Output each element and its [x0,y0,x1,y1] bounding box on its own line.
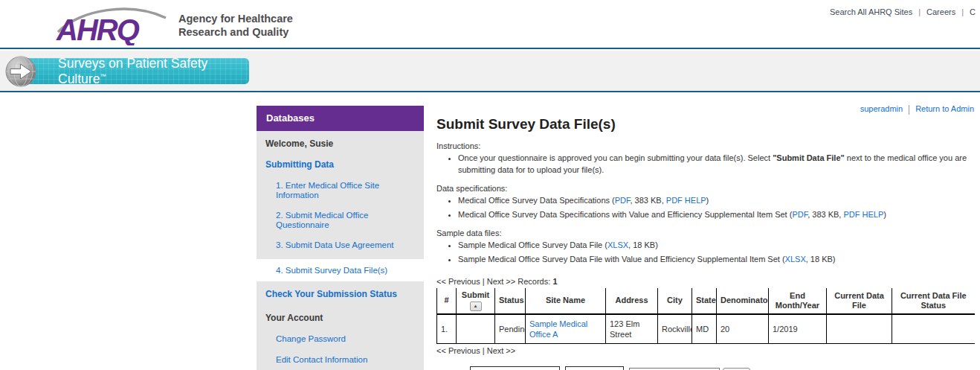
cell-current-data-file-status [892,314,975,344]
ahrq-logo[interactable]: AHRQ Agency for Healthcare Research and … [55,5,293,45]
sample-files-list: Sample Medical Office Survey Data File (… [436,240,974,266]
main-content: Submit Survey Data File(s) Instructions:… [436,116,974,370]
records-label: Records: [518,277,550,286]
col-header-state: State [692,288,717,314]
sidebar-item-submitting-data[interactable]: Submitting Data [257,155,424,176]
sidebar-header-databases: Databases [257,106,424,131]
col-header-city: City [658,288,692,314]
sops-banner: Surveys on Patient Safety Culture™ [22,58,249,84]
sidebar-welcome-text: Welcome, Susie [257,134,424,155]
col-header-status: Status [495,288,526,314]
records-count: 1 [552,277,557,286]
instructions-bullet: Once your questionnaire is approved you … [458,153,974,176]
col-header-end-month-year: End Month/Year [769,288,827,314]
col-header-current-data-file: Current Data File [827,288,892,314]
sidebar-item-step-1[interactable]: 1. Enter Medical Office Site Information [257,176,424,205]
header-link-search-all-ahrq[interactable]: Search All AHRQ Sites [830,7,912,16]
spec1-pdf-help-link[interactable]: PDF HELP [666,196,706,205]
col-header-number: # [437,288,457,314]
col-header-denominator: Denominator [717,288,769,314]
cell-submit [457,314,495,344]
cell-denominator: 20 [717,314,769,344]
sample-item-1: Sample Medical Office Survey Data File (… [458,240,974,252]
ahrq-logo-graphic: AHRQ [55,5,168,45]
pager-previous[interactable]: << Previous [436,277,480,286]
sidebar-label-your-account: Your Account [257,308,424,329]
sample2-xlsx-link[interactable]: XLSX [785,255,806,264]
col-header-site-name: Site Name [526,288,606,314]
spec-item-2: Medical Office Survey Data Specification… [458,209,974,221]
table-row: 1. Pending Sample Medical Office A 123 E… [437,314,975,344]
spec1-pdf-link[interactable]: PDF [615,196,631,205]
cell-city: Rockville [658,314,692,344]
instructions-label: Instructions: [436,141,974,150]
sidebar-block-account: Check Your Submission Status Your Accoun… [257,281,424,370]
spec2-pdf-help-link[interactable]: PDF HELP [843,210,883,219]
site-header: AHRQ Agency for Healthcare Research and … [0,0,980,49]
sidebar-item-step-2[interactable]: 2. Submit Medical Office Questionnaire [257,205,424,235]
cell-status: Pending [495,314,526,344]
data-specifications-list: Medical Office Survey Data Specification… [436,195,974,221]
data-specifications-label: Data specifications: [436,184,974,193]
search-field-select[interactable]: Submit [470,366,560,370]
instructions-list: Once your questionnaire is approved you … [436,153,974,176]
sidebar-block-submitting: Welcome, Susie Submitting Data 1. Enter … [257,131,424,259]
sample1-xlsx-link[interactable]: XLSX [607,240,628,249]
cell-number: 1. [437,314,457,344]
pager-top: << Previous | Next >> Records: 1 [436,277,974,286]
trademark-symbol: ™ [100,73,106,80]
pager-previous-bottom[interactable]: << Previous [436,346,480,355]
sample-data-files-label: Sample data files: [436,229,974,237]
cell-end-month-year: 1/2019 [769,314,827,344]
sidebar-nav: Databases Welcome, Susie Submitting Data… [257,106,424,370]
admin-bar-divider [909,105,909,115]
sidebar-item-step-4-current[interactable]: 4. Submit Survey Data File(s) [257,259,424,281]
pager-bottom: << Previous | Next >> [436,346,974,355]
search-operator-select[interactable]: Contains [565,366,624,370]
col-header-current-data-file-status: Current Data File Status [892,288,975,314]
col-header-address: Address [606,288,658,314]
return-to-admin-link[interactable]: Return to Admin [915,104,974,113]
table-search-bar: Search: Submit Contains Find [436,366,974,370]
header-utility-links: Search All AHRQ Sites|Careers|C [830,7,976,16]
sidebar-item-edit-contact-information[interactable]: Edit Contact Information [257,350,424,370]
table-header-row: # Submit▴ Status Site Name Address City … [437,288,975,314]
globe-arrow-icon [5,56,36,87]
logo-acronym: AHRQ [56,13,140,45]
site-name-link[interactable]: Sample Medical Office A [529,319,587,339]
pager-next[interactable]: Next >> [487,277,516,286]
cell-site-name: Sample Medical Office A [526,314,606,344]
admin-bar: superadminReturn to Admin [860,104,974,115]
cell-state: MD [692,314,717,344]
col-header-submit: Submit▴ [457,288,495,314]
pager-next-bottom[interactable]: Next >> [487,346,516,355]
header-link-cutoff[interactable]: C [970,7,976,16]
sidebar-item-check-submission-status[interactable]: Check Your Submission Status [257,284,424,305]
sidebar-item-step-3[interactable]: 3. Submit Data Use Agreement [257,235,424,255]
superadmin-link[interactable]: superadmin [860,104,903,113]
header-link-careers[interactable]: Careers [926,7,955,16]
submit-sort-button[interactable]: ▴ [470,302,482,311]
program-banner-band: Surveys on Patient Safety Culture™ [0,51,980,92]
sort-arrow-icon: ▴ [474,303,477,308]
spec-item-1: Medical Office Survey Data Specification… [458,195,974,207]
sample-item-2: Sample Medical Office Survey Data File w… [458,254,974,266]
spec2-pdf-link[interactable]: PDF [792,210,807,219]
cell-address: 123 Elm Street [606,314,658,344]
logo-tagline: Agency for Healthcare Research and Quali… [178,12,293,39]
banner-title: Surveys on Patient Safety Culture™ [58,56,249,87]
sidebar-item-change-password[interactable]: Change Password [257,329,424,349]
page-title: Submit Survey Data File(s) [436,116,974,133]
cell-current-data-file [827,314,892,344]
survey-data-table: # Submit▴ Status Site Name Address City … [436,288,975,345]
